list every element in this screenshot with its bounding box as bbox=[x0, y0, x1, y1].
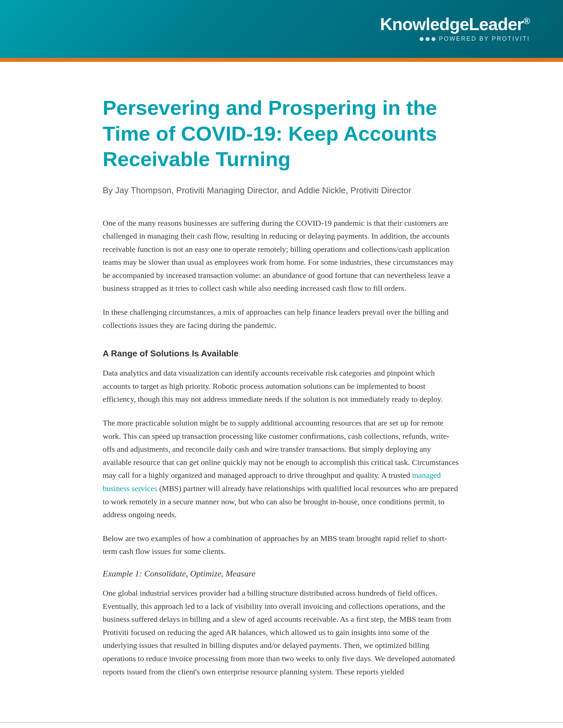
section1-para2: The more practicable solution might be t… bbox=[103, 417, 460, 522]
brand-powered-text: POWERED BY PROTIVITI bbox=[439, 35, 530, 42]
section1-para1: Data analytics and data visualization ca… bbox=[103, 367, 460, 406]
brand-container: KnowledgeLeader® POWERED BY PROTIVITI bbox=[380, 16, 530, 42]
example1-heading: Example 1: Consolidate, Optimize, Measur… bbox=[103, 569, 460, 579]
page-footer: Internal Audit, Risk, Business & Technol… bbox=[0, 722, 563, 728]
brand-dots bbox=[420, 37, 436, 41]
accent-bar bbox=[0, 58, 563, 62]
brand-registered: ® bbox=[523, 16, 530, 26]
article-title: Persevering and Prospering in the Time o… bbox=[103, 95, 460, 172]
example1-para: One global industrial services provider … bbox=[103, 587, 460, 678]
section1-para3: Below are two examples of how a combinat… bbox=[103, 532, 460, 558]
brand-dot-3 bbox=[432, 37, 436, 41]
brand-dot-1 bbox=[420, 37, 424, 41]
intro-paragraph-1: One of the many reasons businesses are s… bbox=[103, 217, 460, 296]
page-header: KnowledgeLeader® POWERED BY PROTIVITI bbox=[0, 0, 563, 58]
main-content: Persevering and Prospering in the Time o… bbox=[50, 62, 513, 722]
article-byline: By Jay Thompson, Protiviti Managing Dire… bbox=[103, 184, 460, 197]
brand-name-text: KnowledgeLeader bbox=[380, 15, 523, 34]
section1-heading: A Range of Solutions Is Available bbox=[103, 348, 460, 359]
section1-para2-text1: The more practicable solution might be t… bbox=[103, 419, 459, 479]
brand-name: KnowledgeLeader® bbox=[380, 16, 530, 33]
brand-dot-2 bbox=[426, 37, 430, 41]
intro-paragraph-2: In these challenging circumstances, a mi… bbox=[103, 306, 460, 332]
brand-tagline: POWERED BY PROTIVITI bbox=[420, 35, 530, 42]
